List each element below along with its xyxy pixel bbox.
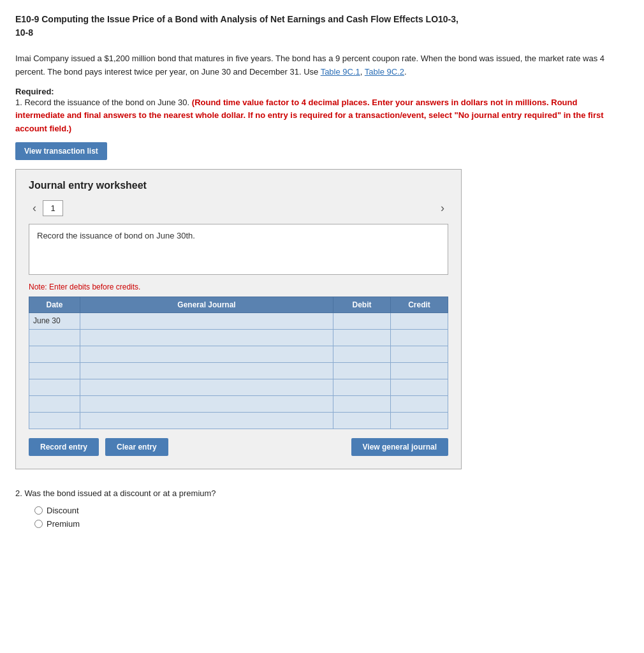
journal-cell[interactable]	[80, 412, 333, 429]
page-title: E10-9 Computing the Issue Price of a Bon…	[15, 13, 629, 40]
required-section: Required: 1. Record the issuance of the …	[15, 87, 629, 136]
question-2-section: 2. Was the bond issued at a discount or …	[15, 488, 629, 529]
view-general-journal-button[interactable]: View general journal	[351, 438, 448, 456]
debit-cell[interactable]	[333, 346, 391, 362]
debit-input[interactable]	[336, 365, 388, 376]
debit-input[interactable]	[336, 382, 388, 392]
table-9c1-link[interactable]: Table 9C.1	[321, 67, 360, 77]
nav-prev-arrow[interactable]: ‹	[29, 202, 40, 215]
date-cell: June 30	[29, 312, 80, 329]
nav-next-arrow[interactable]: ›	[437, 202, 448, 215]
view-transaction-list-button[interactable]: View transaction list	[15, 142, 107, 160]
worksheet-title: Journal entry worksheet	[29, 180, 448, 191]
debit-cell[interactable]	[333, 329, 391, 346]
table-row	[29, 379, 448, 395]
journal-cell[interactable]	[80, 346, 333, 362]
credit-cell[interactable]	[391, 329, 448, 346]
date-cell	[29, 395, 80, 412]
record-entry-button[interactable]: Record entry	[29, 438, 99, 456]
table-row	[29, 346, 448, 362]
journal-input[interactable]	[83, 349, 330, 359]
journal-input[interactable]	[83, 399, 330, 409]
journal-input[interactable]	[83, 382, 330, 392]
credit-cell[interactable]	[391, 362, 448, 379]
credit-cell[interactable]	[391, 412, 448, 429]
credit-cell[interactable]	[391, 395, 448, 412]
question-2-text: 2. Was the bond issued at a discount or …	[15, 488, 629, 498]
record-description-text: Record the issuance of bond on June 30th…	[37, 231, 195, 240]
discount-radio[interactable]	[34, 506, 43, 515]
credit-cell[interactable]	[391, 312, 448, 329]
debit-input[interactable]	[336, 415, 388, 425]
date-cell	[29, 362, 80, 379]
table-row	[29, 412, 448, 429]
premium-option[interactable]: Premium	[34, 519, 629, 529]
credit-cell[interactable]	[391, 379, 448, 395]
debit-input[interactable]	[336, 332, 388, 342]
col-header-debit: Debit	[333, 297, 391, 312]
record-description-box: Record the issuance of bond on June 30th…	[29, 224, 448, 275]
problem-text: Imai Company issued a $1,200 million bon…	[15, 52, 629, 79]
discount-option[interactable]: Discount	[34, 506, 629, 515]
debit-cell[interactable]	[333, 312, 391, 329]
journal-input[interactable]	[83, 415, 330, 425]
credit-input[interactable]	[393, 316, 445, 326]
discount-label: Discount	[47, 506, 79, 515]
radio-group: Discount Premium	[34, 506, 629, 529]
credit-input[interactable]	[393, 415, 445, 425]
debit-cell[interactable]	[333, 379, 391, 395]
debit-cell[interactable]	[333, 395, 391, 412]
credit-cell[interactable]	[391, 346, 448, 362]
journal-cell[interactable]	[80, 312, 333, 329]
debit-cell[interactable]	[333, 362, 391, 379]
credit-input[interactable]	[393, 365, 445, 376]
credit-input[interactable]	[393, 399, 445, 409]
debit-input[interactable]	[336, 399, 388, 409]
date-cell	[29, 329, 80, 346]
date-cell	[29, 379, 80, 395]
debit-cell[interactable]	[333, 412, 391, 429]
clear-entry-button[interactable]: Clear entry	[105, 438, 168, 456]
journal-cell[interactable]	[80, 329, 333, 346]
table-row	[29, 395, 448, 412]
col-header-general-journal: General Journal	[80, 297, 333, 312]
button-row: Record entry Clear entry View general jo…	[29, 438, 448, 456]
table-row: June 30	[29, 312, 448, 329]
journal-table: Date General Journal Debit Credit June 3…	[29, 297, 448, 429]
table-9c2-link[interactable]: Table 9C.2	[365, 67, 404, 77]
journal-input[interactable]	[83, 316, 330, 326]
date-cell	[29, 346, 80, 362]
required-label: Required:	[15, 87, 54, 96]
page-number-box: 1	[43, 200, 63, 216]
col-header-credit: Credit	[391, 297, 448, 312]
table-row	[29, 362, 448, 379]
journal-cell[interactable]	[80, 362, 333, 379]
col-header-date: Date	[29, 297, 80, 312]
journal-input[interactable]	[83, 332, 330, 342]
date-cell	[29, 412, 80, 429]
journal-cell[interactable]	[80, 395, 333, 412]
journal-cell[interactable]	[80, 379, 333, 395]
required-instruction: 1. Record the issuance of the bond on Ju…	[15, 98, 604, 134]
debit-input[interactable]	[336, 316, 388, 326]
note-text: Note: Enter debits before credits.	[29, 282, 448, 291]
journal-input[interactable]	[83, 365, 330, 376]
debit-input[interactable]	[336, 349, 388, 359]
worksheet-nav-row: ‹ 1 ›	[29, 200, 448, 216]
credit-input[interactable]	[393, 382, 445, 392]
premium-label: Premium	[47, 519, 80, 529]
table-row	[29, 329, 448, 346]
premium-radio[interactable]	[34, 520, 43, 528]
credit-input[interactable]	[393, 349, 445, 359]
journal-entry-worksheet: Journal entry worksheet ‹ 1 › Record the…	[15, 169, 462, 469]
credit-input[interactable]	[393, 332, 445, 342]
